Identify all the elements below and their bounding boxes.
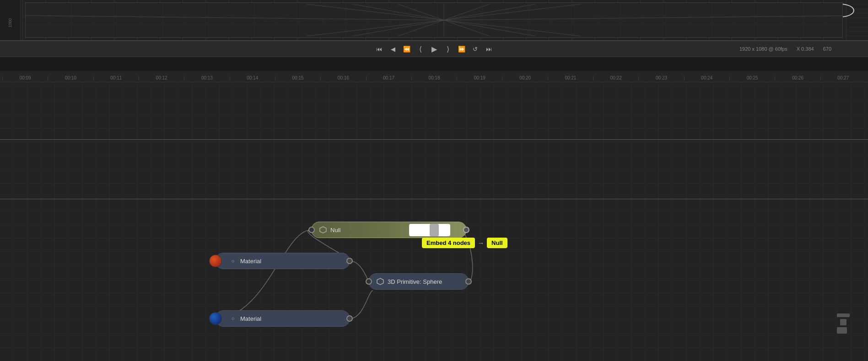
null-port-right[interactable] bbox=[463, 227, 469, 233]
sphere-port-left[interactable] bbox=[366, 278, 372, 285]
material-2-icon: ○ bbox=[228, 314, 237, 323]
time-mark-14: 00:14 bbox=[230, 76, 275, 80]
time-mark-21: 00:21 bbox=[548, 76, 593, 80]
orange-guide-line-2 bbox=[0, 199, 868, 199]
svg-marker-19 bbox=[377, 278, 383, 285]
time-mark-12: 00:12 bbox=[139, 76, 184, 80]
embed-badge[interactable]: Embed 4 nodes bbox=[422, 238, 475, 248]
mini-ctrl-1[interactable] bbox=[837, 313, 850, 317]
x-coord-display: X 0.384 bbox=[797, 46, 814, 52]
time-mark-27: 00:27 bbox=[820, 76, 866, 80]
resolution-display: 1920 x 1080 @ 60fps bbox=[739, 46, 787, 52]
left-ruler: 1000 bbox=[0, 0, 21, 41]
transport-info: 1920 x 1080 @ 60fps X 0.384 670 bbox=[739, 46, 831, 52]
timeline-ruler: 00:09 00:10 00:11 00:12 00:13 00:14 00:1… bbox=[0, 71, 868, 82]
material-1-icon: ○ bbox=[228, 256, 237, 265]
material-2-avatar bbox=[209, 312, 222, 325]
null-port-left[interactable] bbox=[308, 227, 315, 233]
frame-display: 670 bbox=[823, 46, 831, 52]
sphere-node[interactable]: 3D Primitive: Sphere bbox=[368, 273, 469, 290]
timeline-marks: 00:09 00:10 00:11 00:12 00:13 00:14 00:1… bbox=[0, 72, 868, 80]
material-2-wave bbox=[222, 325, 343, 328]
ruler-area: 1000 bbox=[0, 0, 868, 53]
mini-controls bbox=[837, 313, 850, 334]
embed-target-label[interactable]: Null bbox=[487, 238, 507, 248]
transport-controls: ⏮ ◀ ⏪ ⟨ ▶ ⟩ ⏩ ↺ ⏭ bbox=[374, 44, 494, 54]
sphere-node-icon bbox=[376, 277, 385, 286]
svg-marker-18 bbox=[320, 227, 326, 233]
material-1-avatar bbox=[209, 255, 222, 267]
time-mark-20: 00:20 bbox=[502, 76, 547, 80]
step-frame-back-button[interactable]: ⟨ bbox=[415, 44, 426, 54]
null-node-icon bbox=[318, 225, 328, 234]
sphere-port-right[interactable] bbox=[465, 278, 472, 285]
fast-forward-button[interactable]: ⏩ bbox=[457, 44, 467, 54]
time-mark-19: 00:19 bbox=[457, 76, 502, 80]
loop-button[interactable]: ↺ bbox=[470, 44, 480, 54]
material-2-label: Material bbox=[240, 315, 346, 322]
mini-ctrl-2[interactable] bbox=[840, 319, 846, 325]
material-1-port-right[interactable] bbox=[346, 258, 353, 264]
time-mark-24: 00:24 bbox=[684, 76, 729, 80]
sphere-node-label: 3D Primitive: Sphere bbox=[388, 278, 465, 285]
rewind-button[interactable]: ⏪ bbox=[402, 44, 412, 54]
null-slider[interactable] bbox=[409, 224, 450, 236]
orange-guide-line-1 bbox=[0, 139, 868, 140]
time-mark-22: 00:22 bbox=[593, 76, 638, 80]
material-1-wave bbox=[222, 268, 343, 271]
material-1-label: Material bbox=[240, 258, 346, 265]
time-mark-23: 00:23 bbox=[638, 76, 684, 80]
embed-tooltip: Embed 4 nodes → Null bbox=[422, 238, 507, 248]
viewport-ruler: 1000 bbox=[0, 0, 868, 41]
time-mark-16: 00:16 bbox=[320, 76, 366, 80]
viewport-grid-svg bbox=[25, 2, 843, 38]
time-mark-18: 00:18 bbox=[411, 76, 457, 80]
null-slider-handle[interactable] bbox=[430, 224, 439, 236]
transport-bar: ⏮ ◀ ⏪ ⟨ ▶ ⟩ ⏩ ↺ ⏭ 1920 x 1080 @ 60fps X … bbox=[0, 41, 868, 57]
mini-ctrl-3[interactable] bbox=[837, 327, 847, 334]
time-mark-11: 00:11 bbox=[93, 76, 139, 80]
time-mark-13: 00:13 bbox=[184, 76, 229, 80]
time-mark-25: 00:25 bbox=[729, 76, 775, 80]
ruler-label: 1000 bbox=[8, 18, 12, 27]
embed-arrow-icon: → bbox=[478, 239, 484, 247]
time-mark-10: 00:10 bbox=[48, 76, 93, 80]
null-node[interactable]: Null bbox=[311, 222, 467, 238]
skip-to-start-button[interactable]: ⏮ bbox=[374, 44, 384, 54]
step-back-button[interactable]: ◀ bbox=[388, 44, 398, 54]
node-graph[interactable]: Null ○ Material ○ Material 3D Primitive:… bbox=[0, 82, 868, 361]
time-mark-26: 00:26 bbox=[775, 76, 820, 80]
material-2-port-right[interactable] bbox=[346, 315, 353, 322]
time-mark-15: 00:15 bbox=[275, 76, 320, 80]
time-mark-09: 00:09 bbox=[2, 76, 48, 80]
time-mark-17: 00:17 bbox=[366, 76, 411, 80]
step-frame-forward-button[interactable]: ⟩ bbox=[443, 44, 453, 54]
play-button[interactable]: ▶ bbox=[429, 44, 439, 54]
material-node-1[interactable]: ○ Material bbox=[215, 253, 350, 269]
material-node-2[interactable]: ○ Material bbox=[215, 310, 350, 327]
skip-to-end-button[interactable]: ⏭ bbox=[484, 44, 494, 54]
